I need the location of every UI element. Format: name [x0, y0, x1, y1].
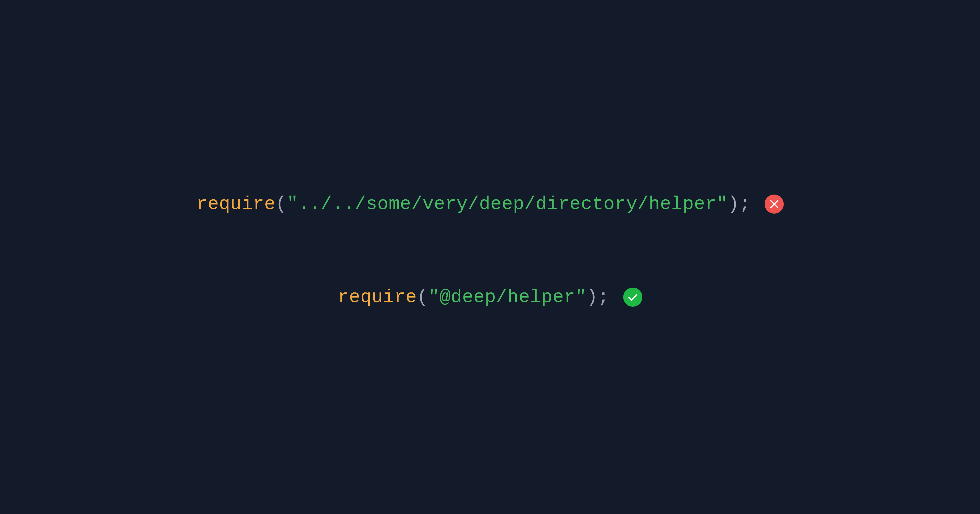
cross-icon: [765, 195, 784, 214]
code-line-good: require("@deep/helper");: [338, 287, 642, 307]
code-text-good: require("@deep/helper");: [338, 288, 609, 306]
code-text-bad: require("../../some/very/deep/directory/…: [196, 195, 750, 213]
code-line-bad: require("../../some/very/deep/directory/…: [196, 195, 783, 214]
keyword-require: require: [196, 194, 275, 215]
close-paren: ): [587, 287, 598, 308]
open-paren: (: [275, 194, 287, 215]
open-paren: (: [417, 287, 428, 308]
semicolon: ;: [598, 287, 609, 308]
string-path-alias: "@deep/helper": [428, 287, 587, 308]
string-path-relative: "../../some/very/deep/directory/helper": [287, 194, 728, 215]
check-icon: [623, 287, 642, 307]
close-paren: ): [728, 194, 739, 215]
code-comparison: require("../../some/very/deep/directory/…: [196, 195, 783, 307]
semicolon: ;: [739, 194, 750, 215]
keyword-require: require: [338, 287, 417, 308]
